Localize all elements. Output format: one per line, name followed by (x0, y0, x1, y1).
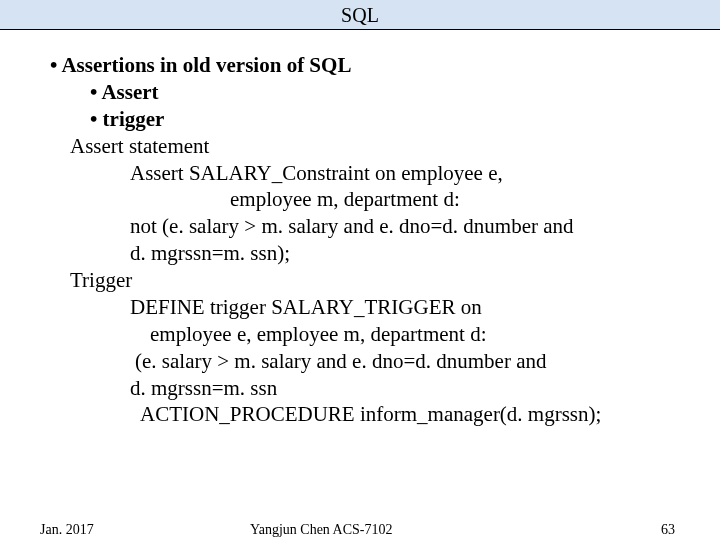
footer-date: Jan. 2017 (40, 522, 94, 538)
trigger-stmt-line4: d. mgrssn=m. ssn (130, 375, 705, 402)
trigger-stmt-line1: DEFINE trigger SALARY_TRIGGER on (130, 294, 705, 321)
trigger-stmt-line5: ACTION_PROCEDURE inform_manager(d. mgrss… (140, 401, 705, 428)
assert-stmt-line4: d. mgrssn=m. ssn); (130, 240, 705, 267)
slide-number: 63 (661, 522, 675, 538)
footer-author-course: Yangjun Chen ACS-7102 (250, 522, 393, 538)
trigger-label: Trigger (70, 267, 705, 294)
slide-body: • Assertions in old version of SQL • Ass… (0, 30, 720, 428)
bullet-assert: • Assert (90, 79, 705, 106)
assert-stmt-line3: not (e. salary > m. salary and e. dno=d.… (130, 213, 705, 240)
slide-title-bar: SQL (0, 0, 720, 30)
slide-title: SQL (341, 4, 379, 26)
trigger-stmt-line2: employee e, employee m, department d: (150, 321, 705, 348)
assert-statement-label: Assert statement (70, 133, 705, 160)
trigger-stmt-line3: (e. salary > m. salary and e. dno=d. dnu… (135, 348, 705, 375)
assert-stmt-line1: Assert SALARY_Constraint on employee e, (130, 160, 705, 187)
bullet-trigger: • trigger (90, 106, 705, 133)
assert-stmt-line2: employee m, department d: (230, 186, 705, 213)
bullet-main: • Assertions in old version of SQL (50, 52, 705, 79)
